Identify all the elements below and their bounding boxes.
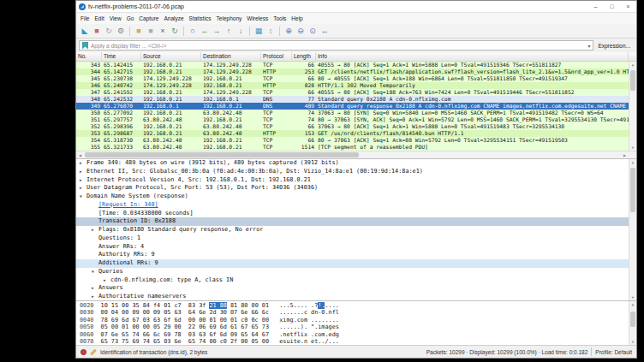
detail-line[interactable]: ▶Internet Protocol Version 4, Src: 192.1… [76, 176, 629, 185]
packet-row[interactable]: 34465.142715192.168.0.21174.129.249.228H… [76, 68, 629, 75]
expand-arrow-icon[interactable]: ▶ [80, 168, 86, 176]
auto-scroll-icon[interactable]: ↕ [265, 25, 277, 37]
detail-line[interactable]: Transaction ID: 0x2188 [76, 217, 629, 226]
hex-row[interactable]: 0040 78 69 6d 67 03 63 6f 6d 00 00 01 00… [80, 317, 629, 323]
scroll-up-icon[interactable]: ▲ [629, 302, 636, 306]
expand-arrow-icon[interactable]: ▶ [80, 159, 86, 168]
packet-row[interactable]: 35565.32173363.80.242.48192.168.0.21TCP1… [76, 144, 629, 151]
packet-row[interactable]: 34965.276870192.168.0.1192.168.0.21DNS48… [76, 103, 629, 110]
filter-dropdown-icon[interactable]: ▾ [585, 43, 593, 49]
collapse-arrow-icon[interactable]: ▼ [92, 268, 98, 276]
detail-line[interactable]: Answer RRs: 4 [76, 243, 629, 252]
menu-capture[interactable]: Capture [136, 15, 161, 21]
packet-row[interactable]: 35165.29775763.80.242.48192.168.0.21TCP7… [76, 116, 629, 123]
column-header-proto[interactable]: Protocol [261, 52, 292, 61]
packet-row[interactable]: 34565.230738174.129.249.228192.168.0.21T… [76, 75, 629, 82]
detail-line[interactable]: Questions: 1 [76, 234, 629, 243]
reload-file-icon[interactable]: ↻ [169, 25, 181, 37]
detail-line[interactable]: Additional RRs: 9 [76, 259, 629, 268]
menu-file[interactable]: File [78, 15, 92, 21]
go-last-icon[interactable]: ↓ [235, 25, 247, 37]
menu-edit[interactable]: Edit [92, 15, 106, 21]
close-file-icon[interactable]: × [157, 25, 169, 37]
colorize-icon[interactable]: ▦ [253, 25, 265, 37]
open-file-icon[interactable]: ■ [133, 25, 145, 37]
go-back-icon[interactable]: ← [199, 25, 211, 37]
scroll-left-icon[interactable]: ◀ [76, 151, 84, 158]
expand-arrow-icon[interactable]: ▶ [104, 276, 110, 285]
detail-line[interactable]: ▶Ethernet II, Src: Globalsc_00:3b:0a (f0… [76, 168, 629, 176]
expand-arrow-icon[interactable]: ▶ [92, 284, 98, 293]
hex-row[interactable]: 0050 05 00 01 00 00 05 29 00 22 06 69 6d… [80, 323, 629, 330]
go-forward-icon[interactable]: → [211, 25, 223, 37]
packet-row[interactable]: 35465.31873063.80.242.48192.168.0.21TCP6… [76, 137, 629, 144]
detail-line[interactable]: ▶Authoritative nameservers [76, 293, 629, 300]
column-header-info[interactable]: Info [316, 52, 629, 61]
packet-list-hscrollbar[interactable]: ◀ ▶ [76, 151, 636, 158]
detail-line[interactable]: ▶cdn-0.nflximg.com: type A, class IN [76, 276, 629, 285]
menu-help[interactable]: Help [289, 15, 305, 21]
packet-row[interactable]: 34365.142415192.168.0.21174.129.249.228T… [76, 62, 629, 68]
packet-row[interactable]: 35065.277092192.168.0.2163.80.242.48TCP7… [76, 110, 629, 116]
packet-row[interactable]: 34865.242532192.168.0.21192.168.0.1DNS77… [76, 96, 629, 103]
column-header-src[interactable]: Source [141, 52, 201, 61]
scroll-down-icon[interactable]: ▼ [629, 145, 636, 150]
bytes-vscrollbar[interactable]: ▲ ▼ [629, 301, 636, 345]
detail-line[interactable]: [Request In: 348] [76, 201, 629, 210]
details-vscrollbar[interactable]: ▲ ▼ [629, 159, 636, 300]
expand-arrow-icon[interactable]: ▶ [92, 226, 98, 234]
detail-line[interactable]: ▶User Datagram Protocol, Src Port: 53 (5… [76, 184, 629, 193]
expand-arrow-icon[interactable]: ▶ [80, 184, 86, 193]
packet-row[interactable]: 34765.241592192.168.0.21174.129.249.228T… [76, 89, 629, 96]
packet-row[interactable]: 34665.240742174.129.249.228192.168.0.21H… [76, 82, 629, 89]
expand-arrow-icon[interactable]: ▶ [80, 176, 86, 185]
hex-row[interactable]: 0060 07 6e 65 74 66 6c 69 78 03 63 6f 6d… [80, 331, 629, 338]
detail-line[interactable]: ▼Queries [76, 268, 629, 276]
stop-capture-icon[interactable]: ■ [91, 25, 103, 37]
scrollbar-thumb[interactable] [630, 312, 635, 327]
minimize-button[interactable]: – [587, 1, 604, 12]
column-header-dst[interactable]: Destination [201, 52, 261, 61]
find-packet-icon[interactable]: ○ [187, 25, 199, 37]
capture-comment-icon[interactable] [90, 348, 97, 355]
go-first-icon[interactable]: ↑ [223, 25, 235, 37]
detail-line[interactable]: ▶Frame 349: 489 bytes on wire (3912 bits… [76, 159, 629, 168]
scrollbar-thumb[interactable] [630, 70, 635, 91]
menu-tools[interactable]: Tools [271, 15, 289, 21]
packet-row[interactable]: 35365.298687192.168.0.2163.80.242.48HTTP… [76, 130, 629, 137]
display-filter-input[interactable]: Apply a display filter ... <Ctrl-/> ▾ [79, 40, 593, 50]
menu-telephony[interactable]: Telephony [214, 15, 245, 21]
status-profile[interactable]: Profile: Default [595, 349, 632, 355]
capture-options-icon[interactable]: ⚙ [115, 25, 127, 37]
resize-columns-icon[interactable]: ↔ [319, 25, 331, 37]
start-capture-icon[interactable]: ◣ [79, 25, 91, 37]
expression-button[interactable]: Expression... [598, 43, 630, 49]
menu-go[interactable]: Go [124, 15, 137, 21]
scrollbar-thumb[interactable] [630, 168, 635, 212]
hex-row[interactable]: 0020 10 15 00 35 84 f4 01 c7 83 3f 21 88… [80, 302, 629, 309]
zoom-reset-icon[interactable]: ⊙ [307, 25, 319, 37]
menu-wireless[interactable]: Wireless [244, 15, 271, 21]
column-header-no[interactable]: No. [76, 52, 102, 61]
hex-row[interactable]: 0070 65 73 75 69 74 65 03 6e 65 74 00 c0… [80, 338, 629, 345]
menu-view[interactable]: View [107, 15, 124, 21]
close-button[interactable]: × [620, 1, 636, 12]
detail-line[interactable]: Authority RRs: 9 [76, 251, 629, 259]
expand-arrow-icon[interactable]: ▶ [92, 293, 98, 300]
expert-info-icon[interactable] [80, 349, 86, 355]
detail-line[interactable]: ▶Flags: 0x8180 Standard query response, … [76, 226, 629, 234]
detail-line[interactable]: [Time: 0.034338000 seconds] [76, 210, 629, 218]
scroll-right-icon[interactable]: ▶ [621, 151, 629, 158]
restart-capture-icon[interactable]: ↻ [103, 25, 115, 37]
scrollbar-thumb[interactable] [85, 152, 359, 157]
column-header-time[interactable]: Time [102, 52, 141, 61]
filter-bookmark-icon[interactable] [82, 42, 88, 50]
hex-row[interactable]: 0030 00 04 00 09 00 09 05 63 64 6e 2d 30… [80, 309, 629, 316]
maximize-button[interactable]: □ [604, 1, 620, 12]
scroll-up-icon[interactable]: ▲ [629, 160, 636, 164]
zoom-out-icon[interactable]: ⊖ [295, 25, 307, 37]
collapse-arrow-icon[interactable]: ▼ [80, 193, 86, 201]
packet-row[interactable]: 35265.298396192.168.0.2163.80.242.48TCP6… [76, 123, 629, 130]
menu-statistics[interactable]: Statistics [187, 15, 214, 21]
packet-list-vscrollbar[interactable]: ▲ ▼ [629, 62, 636, 151]
